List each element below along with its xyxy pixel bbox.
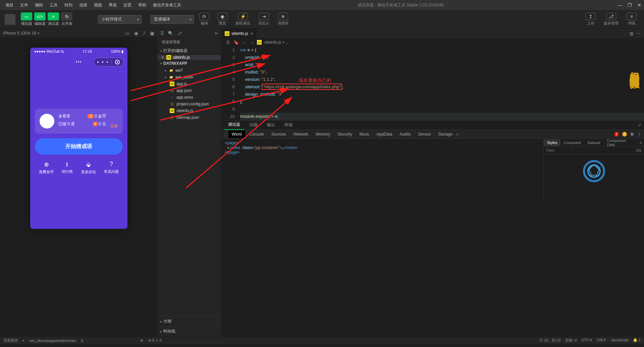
devtab-wxml[interactable]: Wxml	[228, 131, 245, 138]
user-avatar[interactable]	[5, 14, 15, 25]
real-debug-button[interactable]: ⚡真机调试	[233, 13, 253, 26]
styles-filter-input[interactable]	[546, 148, 635, 152]
error-badge[interactable]: 2	[614, 132, 619, 137]
faq-nav[interactable]: ?常见问题	[104, 161, 119, 175]
mode-select[interactable]: 小程序模式	[98, 15, 142, 24]
record-icon[interactable]: ◉	[134, 31, 138, 36]
upload-button[interactable]: ↥上传	[583, 13, 598, 26]
wxml-tree[interactable]: <page> ▸<view class="pg-container">…</vi…	[221, 139, 543, 202]
file-app-json[interactable]: { }app.json	[158, 87, 221, 94]
minimize-button[interactable]: —	[618, 2, 622, 8]
compile-button[interactable]: ⟳编译	[197, 13, 212, 26]
folder-wei-idiom[interactable]: ▸📁wei_idiom	[158, 74, 221, 81]
bell-icon[interactable]: 🔔 1	[633, 338, 641, 343]
search-icon[interactable]: 🔍	[168, 31, 173, 36]
simulator-toggle[interactable]: ▭模拟器	[21, 12, 32, 26]
cursor-position[interactable]: 行 10，列 20	[539, 338, 561, 343]
editor-tab-siteinfo[interactable]: JS siteinfo.js ✕	[221, 29, 257, 38]
list-icon[interactable]: ☰	[160, 31, 164, 36]
more-games-nav[interactable]: ⬙更多好玩	[81, 161, 96, 175]
computed-tab[interactable]: Computed	[560, 139, 584, 146]
styles-tab[interactable]: Styles	[544, 139, 560, 146]
free-coin-nav[interactable]: ⊕免费金币	[39, 161, 54, 175]
cls-toggle[interactable]: .cls	[635, 148, 641, 153]
bookmark-icon[interactable]: 🔖	[233, 40, 239, 45]
screenshot-icon[interactable]: ▣	[150, 31, 154, 36]
kebab-icon[interactable]: ⋮	[637, 132, 641, 137]
debug-tab-output[interactable]: 输出	[263, 120, 279, 130]
exchange-link[interactable]: 兑换	[110, 123, 118, 129]
project-section[interactable]: ▾DATIWXAPP	[158, 60, 221, 67]
menu-select[interactable]: 选择	[76, 1, 90, 9]
settings-icon[interactable]: ⚙	[630, 132, 634, 137]
list-icon[interactable]: ☰	[226, 40, 230, 45]
rotate-icon[interactable]: ▭	[125, 31, 129, 36]
breadcrumb[interactable]: siteinfo.js > ...	[264, 40, 289, 45]
menu-edit[interactable]: 编辑	[32, 1, 46, 9]
split-icon[interactable]: ▥	[630, 31, 633, 36]
folder-we7[interactable]: ▸📁we7	[158, 67, 221, 74]
devtab-security[interactable]: Security	[334, 131, 355, 138]
debugger-toggle[interactable]: ≡调试器	[48, 12, 59, 26]
devtab-mock[interactable]: Mock	[356, 131, 373, 138]
devtab-network[interactable]: Network	[290, 131, 312, 138]
background-button[interactable]: ⇥切后台	[256, 13, 272, 26]
devtab-audits[interactable]: Audits	[396, 131, 414, 138]
debug-tab-problems[interactable]: 问题	[246, 120, 262, 130]
devtab-appdata[interactable]: AppData	[373, 131, 395, 138]
menu-interface[interactable]: 界面	[106, 1, 119, 9]
more-icon[interactable]: ⋯	[637, 31, 641, 36]
devtab-console[interactable]: Console	[246, 131, 267, 138]
version-button[interactable]: ⎇版本管理	[601, 13, 621, 26]
debug-tab-debugger[interactable]: 调试器	[224, 120, 244, 130]
close-button[interactable]: ✕	[637, 2, 641, 8]
menu-goto[interactable]: 转到	[62, 1, 75, 9]
file-app-js[interactable]: JSapp.js	[158, 81, 221, 87]
debug-tab-terminal[interactable]: 终端	[280, 120, 297, 130]
file-project-config[interactable]: { }project.config.json	[158, 101, 221, 107]
clear-cache-button[interactable]: ≋清缓存	[275, 13, 291, 26]
devtab-sources[interactable]: Sources	[268, 131, 289, 138]
device-selector[interactable]: iPhone 5 100% 16 ▾	[3, 31, 39, 36]
open-file-item[interactable]: ✕JSsiteinfo.js	[158, 55, 221, 60]
compile-select[interactable]: 普通编译	[150, 15, 194, 24]
outline-section[interactable]: ▸大纲	[158, 316, 221, 326]
eol-info[interactable]: CRLF	[597, 338, 606, 343]
file-sitemap-json[interactable]: { }sitemap.json	[158, 114, 221, 121]
devtab-sensor[interactable]: Sensor	[415, 131, 434, 138]
menu-settings[interactable]: 设置	[121, 1, 134, 9]
component-data-tab[interactable]: Component Data	[604, 137, 638, 148]
menu-project[interactable]: 项目	[3, 1, 16, 9]
encoding-info[interactable]: UTF-8	[582, 338, 592, 343]
devtab-memory[interactable]: Memory	[312, 131, 333, 138]
details-button[interactable]: ≡详情	[624, 13, 639, 26]
cloud-dev-toggle[interactable]: ↻云开发	[61, 12, 72, 26]
file-app-wxss[interactable]: ≡app.wxss	[158, 94, 221, 101]
maximize-button[interactable]: ❐	[628, 2, 632, 8]
page-path[interactable]: wei_idiom/pages/index/index	[29, 339, 76, 343]
collapse-icon[interactable]: ⇤	[215, 31, 218, 36]
capsule-button[interactable]	[94, 58, 123, 66]
close-tab-icon[interactable]: ✕	[250, 32, 253, 36]
status-err[interactable]: ⊘ 0 ⚠ 0	[148, 338, 162, 343]
menu-wechat-devtools[interactable]: 微信开发者工具	[150, 1, 184, 9]
preview-eye-icon[interactable]: 👁	[140, 339, 144, 343]
timeline-section[interactable]: ▸时间线	[158, 326, 221, 336]
start-game-button[interactable]: 开始猜成语	[35, 138, 123, 155]
back-icon[interactable]: ←	[242, 40, 247, 45]
inspect-icon[interactable]: ⬚	[224, 132, 228, 137]
menu-view[interactable]: 视图	[91, 1, 105, 9]
file-siteinfo-js[interactable]: JSsiteinfo.js	[158, 107, 221, 114]
share-icon[interactable]: ⤴	[143, 31, 145, 36]
language-info[interactable]: JavaScript	[611, 338, 628, 343]
expand-icon[interactable]: ⤢	[638, 123, 641, 128]
code-editor[interactable]: 12345678910 var e = { uniacid: "2", acid…	[221, 46, 644, 120]
warn-badge[interactable]: 2	[622, 132, 627, 137]
dataset-tab[interactable]: Dataset	[584, 139, 604, 146]
ranking-nav[interactable]: ⫿排行榜	[62, 161, 73, 175]
forward-icon[interactable]: →	[250, 40, 254, 45]
indent-info[interactable]: 空格: 4	[565, 338, 577, 343]
git-icon[interactable]: ⎇	[177, 31, 182, 36]
menu-tool[interactable]: 工具	[47, 1, 60, 9]
menu-help[interactable]: 帮助	[136, 1, 149, 9]
